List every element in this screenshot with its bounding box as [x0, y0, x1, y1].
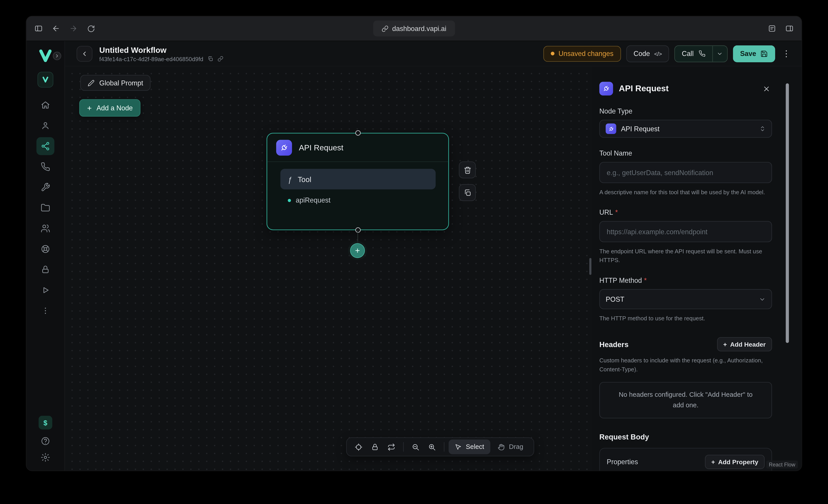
page-title: Untitled Workflow [99, 45, 223, 55]
url-label: URL* [599, 209, 772, 216]
call-button[interactable]: Call [675, 46, 712, 61]
workflow-id: f43fe14a-c17c-4d2f-89ae-ed406850d9fd [99, 56, 203, 62]
sidebar-expand-icon[interactable] [53, 52, 61, 60]
save-icon [760, 50, 768, 57]
help-button[interactable] [41, 436, 50, 446]
node-header: API Request [267, 134, 448, 162]
hand-icon [498, 444, 505, 451]
api-request-icon [599, 82, 613, 96]
edge-line [357, 230, 358, 244]
plus-icon: + [87, 104, 92, 112]
global-prompt-button[interactable]: Global Prompt [80, 75, 151, 91]
node-config-panel: API Request Node Type API Request [592, 66, 801, 471]
headers-section-row: Headers + Add Header [599, 337, 772, 351]
sidebar-toggle-icon[interactable] [31, 21, 46, 36]
workflow-id-row: f43fe14a-c17c-4d2f-89ae-ed406850d9fd [99, 56, 223, 62]
api-request-node[interactable]: API Request ƒ Tool apiRequest [266, 133, 449, 230]
sidebar-item-squads[interactable] [36, 219, 54, 237]
back-button[interactable] [77, 46, 92, 61]
tool-name-label: Tool Name [599, 149, 772, 157]
chevrons-up-down-icon [759, 126, 766, 132]
api-request-icon [606, 124, 616, 134]
lock-canvas-button[interactable] [367, 440, 382, 454]
add-header-button[interactable]: + Add Header [717, 337, 772, 351]
forward-icon[interactable] [66, 21, 81, 36]
sidebar-item-assistants[interactable] [36, 117, 54, 135]
settings-button[interactable] [41, 453, 50, 462]
drag-mode-button[interactable]: Drag [492, 440, 530, 454]
sidebar-item-phone-numbers[interactable] [36, 158, 54, 176]
share-link-icon[interactable] [217, 56, 223, 62]
sidebar-item-workflows[interactable] [36, 137, 54, 155]
react-flow-attribution: React Flow [766, 461, 798, 468]
pencil-icon [88, 79, 95, 86]
panel-scrollbar[interactable] [786, 83, 789, 343]
panel-resize-handle[interactable] [589, 258, 591, 275]
workarea: Global Prompt + Add a Node [65, 66, 802, 471]
split-view-icon[interactable] [781, 21, 797, 36]
browser-nav-controls [26, 21, 99, 36]
canvas-toolbar: Select Drag [346, 438, 534, 456]
panel-title: API Request [619, 84, 669, 93]
properties-label: Properties [607, 458, 638, 466]
workflow-header: Untitled Workflow f43fe14a-c17c-4d2f-89a… [65, 41, 802, 66]
duplicate-node-button[interactable] [459, 184, 475, 201]
reading-list-icon[interactable] [764, 21, 780, 36]
cursor-icon [455, 444, 462, 451]
phone-icon [698, 50, 705, 57]
billing-button[interactable]: $ [38, 416, 52, 429]
delete-node-button[interactable] [459, 162, 475, 178]
auto-layout-button[interactable] [383, 440, 399, 454]
code-button[interactable]: Code </> [626, 45, 669, 62]
required-asterisk: * [644, 276, 647, 284]
browser-window: dashboard.vapi.ai [26, 16, 801, 471]
add-next-node-button[interactable]: + [350, 243, 365, 258]
chevron-down-icon [717, 50, 723, 57]
http-method-select[interactable]: POST [599, 289, 772, 309]
chevron-down-icon [759, 296, 766, 303]
request-body-card: Properties + Add Property [599, 448, 772, 471]
add-node-button[interactable]: + Add a Node [79, 99, 140, 117]
sidebar: $ [26, 41, 65, 470]
add-property-button[interactable]: + Add Property [705, 455, 764, 469]
headers-help: Custom headers to include with the reque… [599, 356, 772, 374]
crosshair-icon [355, 443, 362, 451]
unsaved-changes-badge: Unsaved changes [543, 46, 621, 61]
sidebar-item-files[interactable] [36, 199, 54, 217]
panel-content: API Request Node Type API Request [599, 66, 772, 471]
copy-id-icon[interactable] [207, 56, 213, 62]
panel-header: API Request [599, 82, 772, 96]
close-panel-button[interactable] [760, 83, 772, 94]
request-body-section-row: Request Body [599, 433, 772, 441]
zoom-out-button[interactable] [408, 440, 423, 454]
app-root: $ Untitled [26, 41, 801, 470]
zoom-in-button[interactable] [424, 440, 440, 454]
node-tool-card[interactable]: ƒ Tool [280, 169, 436, 189]
browser-chrome: dashboard.vapi.ai [26, 16, 801, 41]
node-title: API Request [299, 143, 343, 152]
sidebar-item-test[interactable] [36, 281, 54, 299]
node-input-handle[interactable] [355, 130, 360, 136]
node-type-select[interactable]: API Request [599, 120, 772, 138]
select-mode-button[interactable]: Select [448, 440, 491, 454]
close-icon [762, 85, 770, 93]
tool-name-input[interactable] [599, 162, 772, 183]
required-asterisk: * [615, 209, 618, 216]
lock-icon [371, 443, 379, 451]
sidebar-item-tools[interactable] [36, 178, 54, 196]
save-button[interactable]: Save [733, 45, 775, 62]
sidebar-item-support[interactable] [36, 240, 54, 258]
back-icon[interactable] [48, 21, 64, 36]
fit-view-button[interactable] [351, 440, 366, 454]
call-dropdown-button[interactable] [713, 46, 727, 61]
reload-icon[interactable] [83, 21, 98, 36]
more-options-button[interactable]: ⋮ [781, 49, 792, 59]
vapi-logo[interactable] [38, 49, 53, 63]
sidebar-item-more-icon[interactable] [36, 302, 54, 320]
sidebar-item-api-keys[interactable] [36, 261, 54, 279]
workspace-switcher[interactable] [38, 72, 53, 87]
sidebar-item-home[interactable] [36, 96, 54, 114]
url-bar[interactable]: dashboard.vapi.ai [373, 21, 455, 36]
http-method-label: HTTP Method* [599, 276, 772, 284]
url-input[interactable] [599, 221, 772, 242]
